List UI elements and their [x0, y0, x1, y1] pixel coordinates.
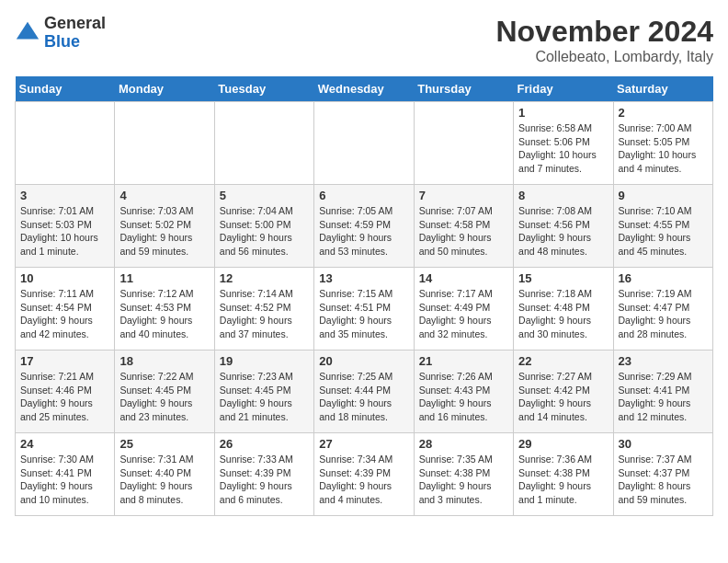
logo-general: General: [44, 15, 106, 33]
calendar-cell: 17Sunrise: 7:21 AM Sunset: 4:46 PM Dayli…: [16, 350, 115, 433]
calendar-cell: 21Sunrise: 7:26 AM Sunset: 4:43 PM Dayli…: [414, 350, 513, 433]
day-info: Sunrise: 7:18 AM Sunset: 4:48 PM Dayligh…: [518, 287, 608, 341]
day-number: 18: [119, 354, 209, 368]
calendar-cell: 16Sunrise: 7:19 AM Sunset: 4:47 PM Dayli…: [613, 268, 712, 350]
day-info: Sunrise: 7:30 AM Sunset: 4:41 PM Dayligh…: [20, 453, 109, 507]
day-info: Sunrise: 7:34 AM Sunset: 4:39 PM Dayligh…: [319, 453, 408, 507]
calendar-cell: [115, 102, 214, 185]
page-header: General Blue November 2024 Collebeato, L…: [15, 15, 713, 65]
calendar-week-row: 3Sunrise: 7:01 AM Sunset: 5:03 PM Daylig…: [16, 185, 713, 268]
day-number: 17: [20, 354, 109, 368]
weekday-header: Friday: [514, 76, 613, 102]
day-number: 29: [518, 437, 608, 451]
logo: General Blue: [15, 15, 106, 52]
day-info: Sunrise: 7:05 AM Sunset: 4:59 PM Dayligh…: [319, 204, 408, 259]
calendar-cell: 26Sunrise: 7:33 AM Sunset: 4:39 PM Dayli…: [214, 433, 313, 516]
day-info: Sunrise: 7:10 AM Sunset: 4:55 PM Dayligh…: [619, 204, 708, 259]
weekday-header: Thursday: [414, 76, 513, 102]
day-info: Sunrise: 7:36 AM Sunset: 4:38 PM Dayligh…: [518, 453, 608, 507]
day-number: 16: [619, 271, 708, 285]
calendar-cell: 3Sunrise: 7:01 AM Sunset: 5:03 PM Daylig…: [16, 185, 115, 268]
day-number: 30: [619, 437, 708, 451]
calendar-week-row: 24Sunrise: 7:30 AM Sunset: 4:41 PM Dayli…: [16, 433, 713, 516]
day-info: Sunrise: 7:37 AM Sunset: 4:37 PM Dayligh…: [619, 453, 708, 507]
calendar-cell: 4Sunrise: 7:03 AM Sunset: 5:02 PM Daylig…: [115, 185, 214, 268]
day-number: 24: [20, 437, 109, 451]
day-info: Sunrise: 7:11 AM Sunset: 4:54 PM Dayligh…: [20, 287, 109, 341]
calendar-cell: [16, 102, 115, 185]
calendar-cell: 29Sunrise: 7:36 AM Sunset: 4:38 PM Dayli…: [514, 433, 613, 516]
day-info: Sunrise: 7:07 AM Sunset: 4:58 PM Dayligh…: [419, 204, 508, 259]
day-number: 27: [319, 437, 408, 451]
day-info: Sunrise: 7:29 AM Sunset: 4:41 PM Dayligh…: [619, 370, 708, 424]
calendar-cell: 13Sunrise: 7:15 AM Sunset: 4:51 PM Dayli…: [314, 268, 414, 350]
day-info: Sunrise: 7:22 AM Sunset: 4:45 PM Dayligh…: [119, 370, 209, 424]
day-info: Sunrise: 7:17 AM Sunset: 4:49 PM Dayligh…: [419, 287, 508, 341]
day-number: 19: [220, 354, 309, 368]
calendar-cell: 24Sunrise: 7:30 AM Sunset: 4:41 PM Dayli…: [16, 433, 115, 516]
day-info: Sunrise: 7:01 AM Sunset: 5:03 PM Dayligh…: [20, 204, 109, 259]
logo-icon: [15, 20, 40, 46]
title-section: November 2024 Collebeato, Lombardy, Ital…: [495, 15, 713, 65]
calendar-table: SundayMondayTuesdayWednesdayThursdayFrid…: [15, 76, 713, 516]
calendar-cell: 10Sunrise: 7:11 AM Sunset: 4:54 PM Dayli…: [16, 268, 115, 350]
day-number: 25: [119, 437, 209, 451]
weekday-header: Saturday: [613, 76, 712, 102]
month-title: November 2024: [495, 15, 713, 49]
day-info: Sunrise: 6:58 AM Sunset: 5:06 PM Dayligh…: [518, 121, 608, 176]
svg-marker-0: [17, 22, 39, 40]
day-number: 6: [319, 189, 408, 202]
day-info: Sunrise: 7:14 AM Sunset: 4:52 PM Dayligh…: [220, 287, 309, 341]
location: Collebeato, Lombardy, Italy: [495, 49, 713, 65]
day-number: 4: [119, 189, 209, 202]
calendar-header: SundayMondayTuesdayWednesdayThursdayFrid…: [16, 76, 713, 102]
day-info: Sunrise: 7:31 AM Sunset: 4:40 PM Dayligh…: [119, 453, 209, 507]
day-number: 5: [220, 189, 309, 202]
day-number: 22: [518, 354, 608, 368]
day-info: Sunrise: 7:27 AM Sunset: 4:42 PM Dayligh…: [518, 370, 608, 424]
calendar-body: 1Sunrise: 6:58 AM Sunset: 5:06 PM Daylig…: [16, 102, 713, 516]
day-info: Sunrise: 7:26 AM Sunset: 4:43 PM Dayligh…: [419, 370, 508, 424]
calendar-week-row: 17Sunrise: 7:21 AM Sunset: 4:46 PM Dayli…: [16, 350, 713, 433]
calendar-cell: [214, 102, 313, 185]
calendar-cell: 15Sunrise: 7:18 AM Sunset: 4:48 PM Dayli…: [514, 268, 613, 350]
day-number: 3: [20, 189, 109, 202]
calendar-cell: 25Sunrise: 7:31 AM Sunset: 4:40 PM Dayli…: [115, 433, 214, 516]
weekday-header: Tuesday: [214, 76, 313, 102]
calendar-cell: 19Sunrise: 7:23 AM Sunset: 4:45 PM Dayli…: [214, 350, 313, 433]
weekday-header: Wednesday: [314, 76, 414, 102]
day-info: Sunrise: 7:03 AM Sunset: 5:02 PM Dayligh…: [119, 204, 209, 259]
day-number: 26: [220, 437, 309, 451]
day-number: 2: [619, 106, 708, 120]
calendar-cell: 12Sunrise: 7:14 AM Sunset: 4:52 PM Dayli…: [214, 268, 313, 350]
calendar-cell: 30Sunrise: 7:37 AM Sunset: 4:37 PM Dayli…: [613, 433, 712, 516]
day-info: Sunrise: 7:23 AM Sunset: 4:45 PM Dayligh…: [220, 370, 309, 424]
day-info: Sunrise: 7:35 AM Sunset: 4:38 PM Dayligh…: [419, 453, 508, 507]
day-number: 9: [619, 189, 708, 202]
calendar-cell: 20Sunrise: 7:25 AM Sunset: 4:44 PM Dayli…: [314, 350, 414, 433]
day-info: Sunrise: 7:15 AM Sunset: 4:51 PM Dayligh…: [319, 287, 408, 341]
day-number: 20: [319, 354, 408, 368]
day-number: 7: [419, 189, 508, 202]
day-number: 10: [20, 271, 109, 285]
calendar-cell: 7Sunrise: 7:07 AM Sunset: 4:58 PM Daylig…: [414, 185, 513, 268]
day-info: Sunrise: 7:21 AM Sunset: 4:46 PM Dayligh…: [20, 370, 109, 424]
day-number: 15: [518, 271, 608, 285]
day-info: Sunrise: 7:12 AM Sunset: 4:53 PM Dayligh…: [119, 287, 209, 341]
calendar-cell: 22Sunrise: 7:27 AM Sunset: 4:42 PM Dayli…: [514, 350, 613, 433]
day-number: 1: [518, 106, 608, 120]
day-info: Sunrise: 7:08 AM Sunset: 4:56 PM Dayligh…: [518, 204, 608, 259]
day-number: 14: [419, 271, 508, 285]
day-number: 21: [419, 354, 508, 368]
day-info: Sunrise: 7:19 AM Sunset: 4:47 PM Dayligh…: [619, 287, 708, 341]
calendar-cell: 6Sunrise: 7:05 AM Sunset: 4:59 PM Daylig…: [314, 185, 414, 268]
calendar-cell: 28Sunrise: 7:35 AM Sunset: 4:38 PM Dayli…: [414, 433, 513, 516]
day-number: 12: [220, 271, 309, 285]
day-info: Sunrise: 7:00 AM Sunset: 5:05 PM Dayligh…: [619, 121, 708, 176]
weekday-header: Monday: [115, 76, 214, 102]
calendar-cell: 18Sunrise: 7:22 AM Sunset: 4:45 PM Dayli…: [115, 350, 214, 433]
calendar-cell: 8Sunrise: 7:08 AM Sunset: 4:56 PM Daylig…: [514, 185, 613, 268]
calendar-cell: 2Sunrise: 7:00 AM Sunset: 5:05 PM Daylig…: [613, 102, 712, 185]
day-number: 11: [119, 271, 209, 285]
weekday-header-row: SundayMondayTuesdayWednesdayThursdayFrid…: [16, 76, 713, 102]
